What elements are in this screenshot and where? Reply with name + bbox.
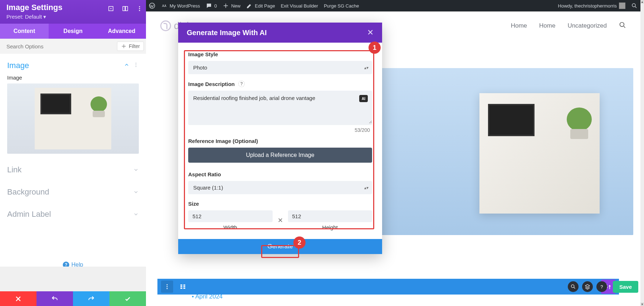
snap-icon[interactable] (122, 5, 129, 12)
svg-point-6 (111, 8, 112, 9)
char-count: 53/200 (188, 127, 372, 133)
redo-button[interactable] (73, 291, 109, 306)
svg-rect-7 (123, 6, 125, 11)
image-style-label: Image Style (188, 51, 372, 57)
section-admin-label[interactable]: Admin Label (5, 203, 141, 225)
nav-home-2[interactable]: Home (539, 22, 555, 29)
modal-title: Generate Image With AI (187, 29, 267, 37)
image-settings-sidebar: Image Settings Preset: Default ▾ Content… (0, 0, 146, 267)
height-input[interactable] (288, 210, 372, 222)
primary-nav: Home Home Uncategorized (511, 21, 626, 30)
wp-new[interactable]: New (223, 0, 240, 11)
svg-point-9 (139, 6, 140, 7)
section-image-title[interactable]: Image (7, 61, 29, 70)
hero-image-card (479, 93, 600, 214)
section-more-icon[interactable] (133, 62, 139, 69)
size-x-icon: ✕ (278, 216, 283, 224)
layers-icon[interactable] (582, 281, 593, 292)
annotation-badge-2: 2 (293, 236, 306, 249)
help-link[interactable]: ?Help (63, 262, 83, 267)
image-description-label: Image Description? (188, 81, 372, 87)
thumb-plant (91, 96, 107, 112)
size-label: Size (188, 201, 372, 207)
svg-point-14 (136, 66, 137, 67)
width-input[interactable] (188, 210, 273, 222)
thumb-pot (93, 111, 105, 117)
scroll-up-icon[interactable]: ▲ (640, 0, 644, 4)
aspect-ratio-select[interactable]: Square (1:1) (188, 181, 372, 194)
wp-site-name[interactable]: My WordPress (161, 0, 200, 11)
bottom-right-cluster: ? Save (568, 279, 638, 295)
image-thumbnail[interactable] (7, 83, 139, 154)
image-field-label: Image (7, 75, 139, 81)
chevron-up-icon[interactable] (124, 62, 130, 69)
avatar (619, 3, 625, 9)
bar-menu-icon[interactable] (161, 281, 173, 293)
sidebar-tabs: Content Design Advanced (0, 24, 146, 39)
svg-rect-19 (180, 286, 182, 287)
placeholder-plant (567, 107, 592, 131)
tab-content[interactable]: Content (0, 24, 49, 39)
undo-button[interactable] (36, 291, 73, 306)
bar-wireframe-icon[interactable] (177, 281, 189, 293)
wp-exit-visual-builder[interactable]: Exit Visual Builder (281, 0, 318, 11)
divi-bottom-bar (157, 279, 619, 295)
upload-reference-button[interactable]: Upload a Reference Image (188, 148, 372, 163)
svg-point-2 (165, 5, 166, 6)
svg-point-24 (571, 285, 574, 288)
placeholder-monitor (488, 104, 535, 136)
confirm-button[interactable] (109, 291, 146, 306)
more-icon[interactable] (136, 5, 143, 12)
svg-rect-20 (180, 288, 182, 289)
search-input[interactable] (6, 43, 117, 49)
help-tooltip-icon[interactable]: ? (238, 81, 245, 87)
section-background[interactable]: Background (5, 181, 141, 203)
reference-image-label: Reference Image (Optional) (188, 138, 372, 144)
aspect-ratio-label: Aspect Ratio (188, 171, 372, 177)
search-row: Filter (0, 39, 146, 54)
expand-icon[interactable] (107, 5, 114, 12)
wp-logo[interactable] (149, 0, 155, 11)
filter-button[interactable]: Filter (117, 42, 144, 51)
svg-point-1 (163, 5, 164, 6)
preset-dropdown[interactable]: Preset: Default ▾ (6, 14, 140, 20)
nav-search-icon[interactable] (619, 21, 626, 30)
tab-advanced[interactable]: Advanced (97, 24, 146, 39)
svg-point-17 (167, 288, 168, 289)
sidebar-action-bar (0, 291, 146, 306)
wp-howdy[interactable]: Howdy, thechristophermorris (558, 0, 625, 11)
svg-rect-22 (184, 286, 185, 287)
zoom-icon[interactable] (568, 281, 579, 292)
svg-point-13 (136, 64, 137, 66)
tab-design[interactable]: Design (49, 24, 97, 39)
svg-point-4 (620, 23, 624, 27)
sidebar-header: Image Settings Preset: Default ▾ (0, 0, 146, 24)
nav-uncategorized[interactable]: Uncategorized (567, 22, 607, 29)
annotation-badge-1: 1 (369, 42, 381, 54)
nav-home-1[interactable]: Home (511, 22, 527, 29)
scrollbar[interactable]: ▲ ▼ (640, 0, 644, 306)
wp-edit-page[interactable]: Edit Page (246, 0, 275, 11)
height-sublabel: Height (322, 224, 338, 230)
close-icon[interactable]: ✕ (367, 28, 374, 37)
svg-rect-18 (180, 285, 182, 286)
scroll-down-icon[interactable]: ▼ (640, 302, 644, 306)
help-footer-icon[interactable]: ? (596, 281, 607, 292)
generate-button[interactable]: Generate (268, 243, 293, 250)
discard-button[interactable] (0, 291, 36, 306)
divi-logo-icon (160, 20, 171, 31)
wp-purge-cache[interactable]: Purge SG Cache (324, 0, 359, 11)
wp-comments[interactable]: 0 (206, 0, 217, 11)
image-description-textarea[interactable]: Residential roofing finished job, arial … (188, 91, 372, 124)
help-icon: ? (63, 262, 69, 267)
svg-point-10 (139, 8, 140, 9)
image-style-select[interactable]: Photo (188, 61, 372, 74)
svg-point-15 (167, 284, 168, 285)
svg-point-3 (632, 4, 635, 7)
save-button[interactable]: Save (613, 281, 638, 293)
ai-badge-icon[interactable]: AI (359, 95, 368, 102)
svg-point-16 (167, 286, 168, 287)
wp-search[interactable] (631, 0, 638, 11)
section-link[interactable]: Link (5, 159, 141, 181)
svg-point-11 (139, 10, 140, 11)
